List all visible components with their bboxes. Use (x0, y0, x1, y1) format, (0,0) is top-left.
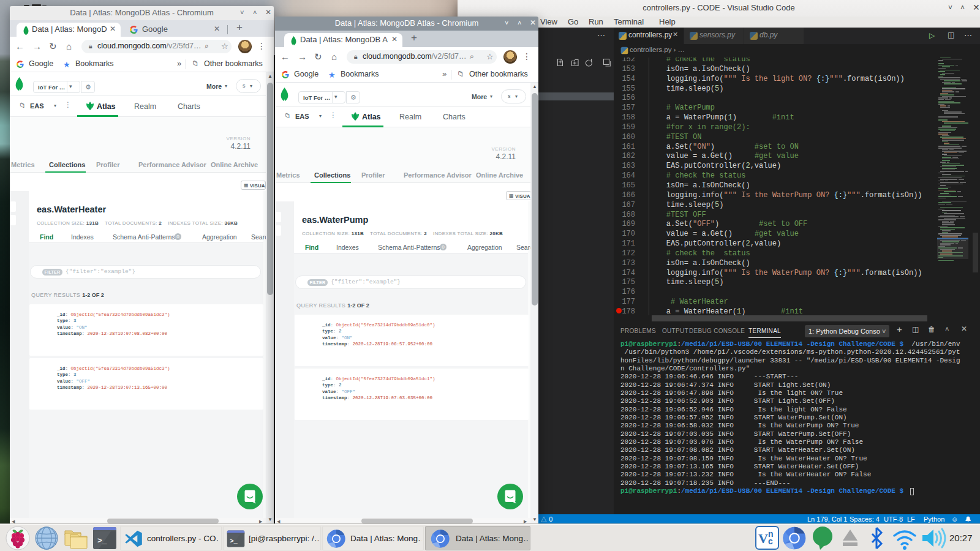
svg-text:>_: >_ (230, 538, 238, 545)
svg-text:>_: >_ (97, 536, 107, 545)
